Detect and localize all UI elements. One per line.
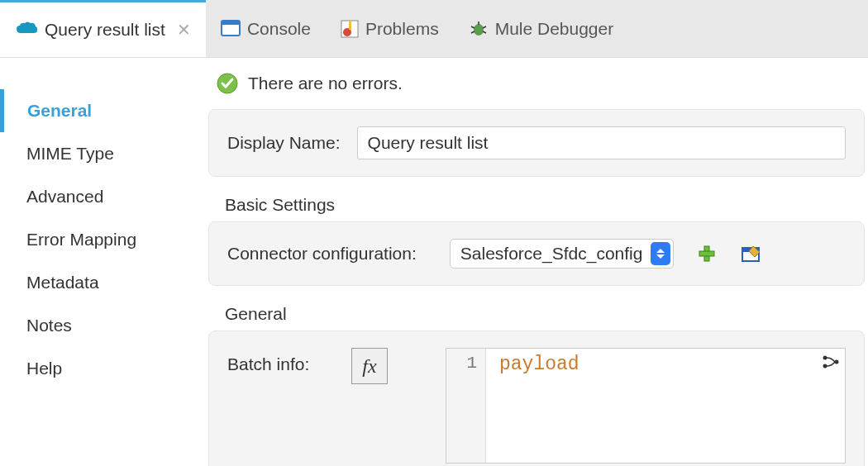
sidebar-item-notes[interactable]: Notes [0, 304, 205, 347]
code-text: payload [499, 354, 579, 375]
svg-point-17 [823, 364, 827, 369]
sidebar-item-general[interactable]: General [0, 89, 205, 132]
display-name-label: Display Name: [227, 133, 341, 153]
display-name-panel: Display Name: [208, 109, 865, 177]
basic-settings-panel: Connector configuration: Salesforce_Sfdc… [208, 221, 865, 286]
console-icon [221, 20, 241, 38]
tab-label: Console [247, 19, 311, 39]
connector-config-label: Connector configuration: [227, 244, 417, 264]
svg-line-8 [483, 26, 486, 28]
tab-console[interactable]: Console [206, 0, 326, 57]
svg-rect-4 [349, 21, 351, 30]
tab-bar: Query result list ✕ Console Problems Mul… [0, 0, 868, 58]
tree-expand-icon[interactable] [822, 354, 840, 375]
sidebar-item-label: Help [26, 359, 62, 378]
svg-line-10 [483, 31, 486, 33]
debugger-icon [469, 20, 489, 38]
sidebar-item-mime-type[interactable]: MIME Type [0, 132, 205, 175]
sidebar-item-help[interactable]: Help [0, 347, 205, 390]
tab-label: Mule Debugger [495, 19, 614, 39]
general-section-title: General [225, 304, 865, 324]
code-gutter: 1 [446, 349, 486, 463]
sidebar-item-advanced[interactable]: Advanced [0, 175, 205, 218]
tab-label: Problems [365, 19, 439, 39]
general-section-panel: Batch info: fx 1 payload [208, 330, 865, 466]
problems-icon [341, 20, 359, 38]
svg-point-16 [823, 356, 827, 360]
status-text: There are no errors. [248, 74, 403, 93]
sidebar-item-label: Error Mapping [26, 230, 136, 249]
salesforce-cloud-icon [15, 21, 38, 38]
svg-rect-13 [699, 251, 714, 256]
svg-line-9 [471, 31, 475, 33]
batch-info-code-editor[interactable]: 1 payload [446, 348, 846, 464]
edit-config-button[interactable] [740, 242, 763, 265]
sidebar-item-label: MIME Type [26, 144, 114, 163]
svg-rect-1 [222, 21, 240, 25]
batch-info-label: Batch info: [227, 348, 335, 374]
success-check-icon [217, 73, 238, 94]
tab-problems[interactable]: Problems [326, 0, 454, 57]
sidebar-item-error-mapping[interactable]: Error Mapping [0, 218, 205, 261]
connector-config-select[interactable]: Salesforce_Sfdc_config [450, 239, 675, 269]
display-name-input[interactable] [357, 126, 846, 159]
sidebar: General MIME Type Advanced Error Mapping… [0, 58, 205, 466]
line-number: 1 [446, 354, 477, 373]
code-body[interactable]: payload [486, 349, 845, 463]
content-panel: There are no errors. Display Name: Basic… [205, 58, 868, 466]
tab-label: Query result list [45, 20, 165, 40]
status-row: There are no errors. [208, 73, 865, 109]
close-icon[interactable]: ✕ [177, 20, 191, 40]
sidebar-item-label: General [27, 101, 92, 120]
select-value: Salesforce_Sfdc_config [451, 244, 651, 264]
sidebar-item-metadata[interactable]: Metadata [0, 261, 205, 304]
add-config-button[interactable] [695, 242, 718, 265]
svg-point-18 [835, 360, 839, 364]
svg-line-7 [471, 26, 475, 28]
svg-point-5 [474, 24, 484, 36]
select-arrows-icon [651, 242, 670, 265]
tab-query-result-list[interactable]: Query result list ✕ [0, 0, 206, 57]
basic-settings-title: Basic Settings [225, 195, 865, 215]
fx-expression-button[interactable]: fx [351, 348, 388, 384]
sidebar-item-label: Notes [26, 316, 72, 335]
sidebar-item-label: Advanced [26, 187, 103, 206]
tab-mule-debugger[interactable]: Mule Debugger [454, 0, 629, 57]
main-area: General MIME Type Advanced Error Mapping… [0, 58, 868, 466]
sidebar-item-label: Metadata [26, 273, 99, 292]
